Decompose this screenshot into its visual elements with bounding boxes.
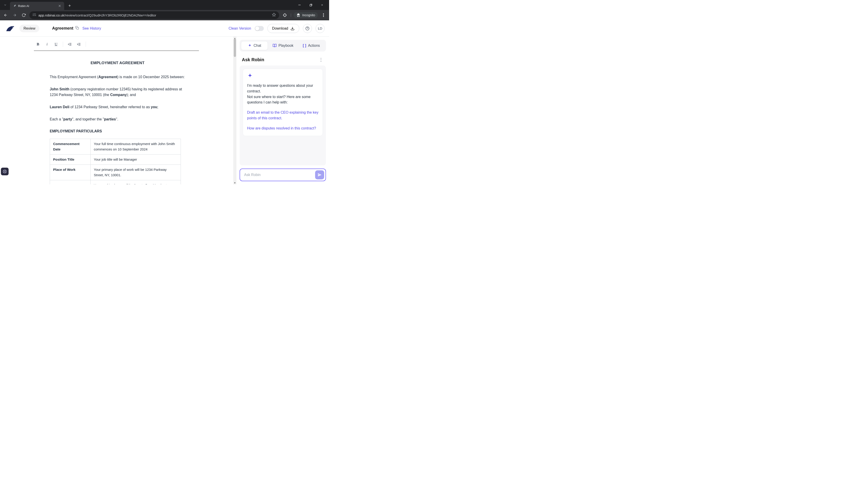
table-row: Place of WorkYour primary place of work … [50, 164, 181, 180]
underline-button[interactable]: U [52, 40, 60, 48]
help-button[interactable] [303, 24, 312, 33]
sparkle-icon [247, 73, 253, 79]
tab-bar: Robin AI [0, 0, 329, 10]
support-widget[interactable] [1, 168, 8, 175]
chat-input[interactable] [244, 173, 315, 177]
main-content: B i U EMPLOYMENT AGREEMENT This Employme… [0, 37, 329, 184]
format-toolbar: B i U [0, 37, 237, 51]
doc-paragraph: John Smith (company registration number … [50, 86, 185, 98]
svg-point-23 [13, 27, 13, 27]
see-history-link[interactable]: See History [83, 26, 101, 31]
scrollbar[interactable]: ▲ ▼ [233, 37, 237, 184]
incognito-label: Incognito [302, 13, 315, 17]
bold-button[interactable]: B [34, 40, 42, 48]
svg-rect-24 [76, 27, 79, 29]
doc-paragraph: Each a "party", and together the "partie… [50, 116, 185, 122]
side-panel: Chat Playbook [ ] Actions Ask Robin ⋮ I'… [237, 37, 329, 184]
incognito-indicator[interactable]: Incognito [293, 12, 318, 18]
assistant-message: I'm ready to answer questions about your… [243, 69, 323, 136]
clean-version-label: Clean Version [228, 26, 251, 31]
suggestion-link[interactable]: Draft an email to the CEO explaining the… [247, 110, 318, 121]
doc-subheading: EMPLOYMENT PARTICULARS [50, 128, 185, 134]
svg-line-37 [5, 172, 6, 173]
user-avatar[interactable]: LD [315, 24, 324, 33]
reload-button[interactable] [20, 12, 27, 19]
tab-search-dropdown[interactable] [2, 2, 8, 8]
forward-button[interactable] [11, 12, 18, 19]
chrome-menu-button[interactable] [320, 13, 327, 17]
send-button[interactable] [315, 170, 324, 180]
table-row: Position TitleYour job title will be Man… [50, 154, 181, 164]
download-button[interactable]: Download [268, 24, 299, 33]
scroll-down-icon[interactable]: ▼ [233, 181, 237, 184]
copy-icon[interactable] [75, 26, 79, 31]
outdent-button[interactable] [66, 40, 74, 48]
doc-paragraph: This Employment Agreement (Agreement) is… [50, 74, 185, 80]
scroll-thumb[interactable] [234, 39, 236, 57]
svg-line-36 [3, 170, 4, 171]
review-button[interactable]: Review [20, 25, 39, 32]
tab-playbook[interactable]: Playbook [270, 41, 296, 50]
nav-bar: app.robinai.co.uk/review/contract/Q29udH… [0, 10, 329, 20]
url-text: app.robinai.co.uk/review/contract/Q29udH… [38, 13, 270, 17]
browser-tab[interactable]: Robin AI [10, 2, 64, 10]
new-tab-button[interactable] [66, 2, 73, 9]
svg-point-21 [323, 15, 324, 15]
svg-point-22 [323, 16, 324, 17]
panel-tabs: Chat Playbook [ ] Actions [240, 40, 326, 52]
svg-marker-19 [272, 13, 276, 16]
browser-chrome: Robin AI app.robinai.co.uk/review/contra… [0, 0, 329, 20]
back-button[interactable] [2, 12, 9, 19]
close-window-button[interactable] [317, 1, 327, 8]
indent-button[interactable] [75, 40, 83, 48]
svg-line-39 [3, 172, 4, 173]
editor-pane: B i U EMPLOYMENT AGREEMENT This Employme… [0, 37, 237, 184]
minimize-button[interactable] [294, 1, 305, 8]
italic-button[interactable]: i [43, 40, 51, 48]
address-bar[interactable]: app.robinai.co.uk/review/contract/Q29udH… [29, 11, 279, 19]
close-icon[interactable] [58, 4, 61, 8]
svg-rect-5 [310, 4, 311, 6]
table-row: Your working hours will be 9am to 5pm Mo… [50, 180, 181, 184]
tab-title: Robin AI [18, 4, 56, 8]
robin-logo[interactable] [4, 24, 16, 33]
site-settings-icon[interactable] [33, 13, 36, 18]
doc-paragraph: Lauren Deli of 1234 Parkway Street, here… [50, 104, 185, 110]
clean-version-toggle[interactable] [255, 26, 264, 31]
doc-heading: EMPLOYMENT AGREEMENT [50, 60, 185, 66]
extensions-icon[interactable] [281, 12, 288, 19]
greeting-line-1: I'm ready to answer questions about your… [247, 83, 318, 94]
feather-icon [13, 4, 16, 8]
svg-point-20 [323, 13, 324, 14]
document-body[interactable]: EMPLOYMENT AGREEMENT This Employment Agr… [0, 51, 185, 184]
document-title: Agreement [52, 26, 79, 31]
tab-actions[interactable]: [ ] Actions [298, 41, 324, 50]
panel-menu-button[interactable]: ⋮ [319, 57, 324, 62]
table-row: Commencement DateYour full time continuo… [50, 139, 181, 154]
bookmark-icon[interactable] [272, 13, 276, 18]
svg-point-35 [4, 171, 5, 172]
panel-title: Ask Robin [242, 57, 264, 62]
greeting-line-2: Not sure where to start? Here are some q… [247, 94, 318, 105]
particulars-table: Commencement DateYour full time continuo… [50, 139, 181, 184]
svg-line-38 [5, 170, 6, 171]
app-header: Review Agreement See History Clean Versi… [0, 20, 329, 37]
maximize-button[interactable] [306, 1, 316, 8]
panel-header: Ask Robin ⋮ [240, 52, 326, 66]
tab-chat[interactable]: Chat [241, 41, 268, 50]
chat-scroll: I'm ready to answer questions about your… [240, 66, 326, 165]
chat-input-container [240, 168, 326, 181]
window-controls [294, 1, 327, 8]
suggestion-link[interactable]: How are disputes resolved in this contra… [247, 126, 318, 131]
